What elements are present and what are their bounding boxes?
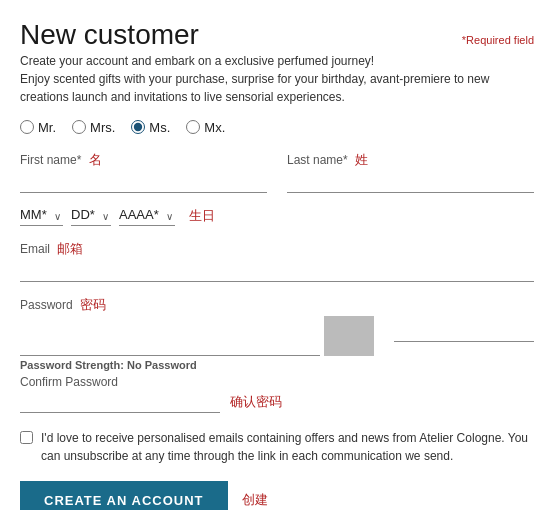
password-hint: 密码 bbox=[80, 297, 106, 312]
birthday-row: MM* 010203 040506 070809 101112 DD* 0102… bbox=[20, 207, 534, 226]
captcha-input[interactable] bbox=[394, 320, 534, 342]
first-name-hint: 名 bbox=[89, 152, 102, 167]
newsletter-label: I'd love to receive personalised emails … bbox=[41, 429, 534, 465]
password-label: Password 密码 bbox=[20, 296, 374, 314]
birthday-mm-wrapper: MM* 010203 040506 070809 101112 bbox=[20, 207, 63, 226]
first-name-field: First name* 名 bbox=[20, 151, 267, 193]
name-row: First name* 名 Last name* 姓 bbox=[20, 151, 534, 193]
salutation-group: Mr. Mrs. Ms. Mx. bbox=[20, 120, 534, 135]
birthday-dd-select-container: DD* 010203 040506 070809 101112 131415 1… bbox=[71, 207, 111, 226]
submit-row: CREATE AN ACCOUNT 创建 bbox=[20, 481, 534, 510]
birthday-mm-select[interactable]: MM* 010203 040506 070809 101112 bbox=[20, 207, 63, 222]
birthday-dd-select[interactable]: DD* 010203 040506 070809 101112 131415 1… bbox=[71, 207, 111, 222]
email-label: Email 邮箱 bbox=[20, 240, 534, 258]
create-account-button[interactable]: CREATE AN ACCOUNT bbox=[20, 481, 228, 510]
last-name-label: Last name* 姓 bbox=[287, 151, 534, 169]
confirm-hint: 确认密码 bbox=[230, 393, 282, 411]
captcha-image bbox=[324, 316, 374, 356]
email-hint: 邮箱 bbox=[57, 241, 83, 256]
last-name-field: Last name* 姓 bbox=[287, 151, 534, 193]
password-section: Password 密码 Password Strength: No Passwo… bbox=[20, 296, 534, 371]
newsletter-row: I'd love to receive personalised emails … bbox=[20, 429, 534, 465]
birthday-yyyy-select-container: AAAA* bbox=[119, 207, 175, 226]
confirm-password-label: Confirm Password bbox=[20, 375, 220, 389]
salutation-mr[interactable]: Mr. bbox=[20, 120, 56, 135]
birthday-yyyy-wrapper: AAAA* bbox=[119, 207, 175, 226]
birthday-hint: 生日 bbox=[189, 207, 215, 225]
first-name-label: First name* 名 bbox=[20, 151, 267, 169]
password-col-left: Password 密码 Password Strength: No Passwo… bbox=[20, 296, 374, 371]
birthday-dd-wrapper: DD* 010203 040506 070809 101112 131415 1… bbox=[71, 207, 111, 226]
confirm-password-row: Confirm Password 确认密码 bbox=[20, 375, 534, 413]
password-strength: Password Strength: No Password bbox=[20, 359, 374, 371]
last-name-input[interactable] bbox=[287, 171, 534, 193]
email-input[interactable] bbox=[20, 260, 534, 282]
confirm-password-field: Confirm Password bbox=[20, 375, 220, 413]
salutation-ms[interactable]: Ms. bbox=[131, 120, 170, 135]
first-name-input[interactable] bbox=[20, 171, 267, 193]
password-col-right bbox=[394, 296, 534, 342]
birthday-mm-select-container: MM* 010203 040506 070809 101112 bbox=[20, 207, 63, 226]
intro-text: Create your account and embark on a excl… bbox=[20, 52, 534, 106]
email-field: Email 邮箱 bbox=[20, 240, 534, 282]
salutation-mx[interactable]: Mx. bbox=[186, 120, 225, 135]
last-name-hint: 姓 bbox=[355, 152, 368, 167]
birthday-yyyy-select[interactable]: AAAA* bbox=[119, 207, 175, 222]
password-input[interactable] bbox=[20, 334, 320, 356]
salutation-mrs[interactable]: Mrs. bbox=[72, 120, 115, 135]
create-hint: 创建 bbox=[242, 491, 268, 509]
confirm-password-input[interactable] bbox=[20, 391, 220, 413]
newsletter-checkbox[interactable] bbox=[20, 431, 33, 444]
password-field: Password 密码 bbox=[20, 296, 374, 356]
